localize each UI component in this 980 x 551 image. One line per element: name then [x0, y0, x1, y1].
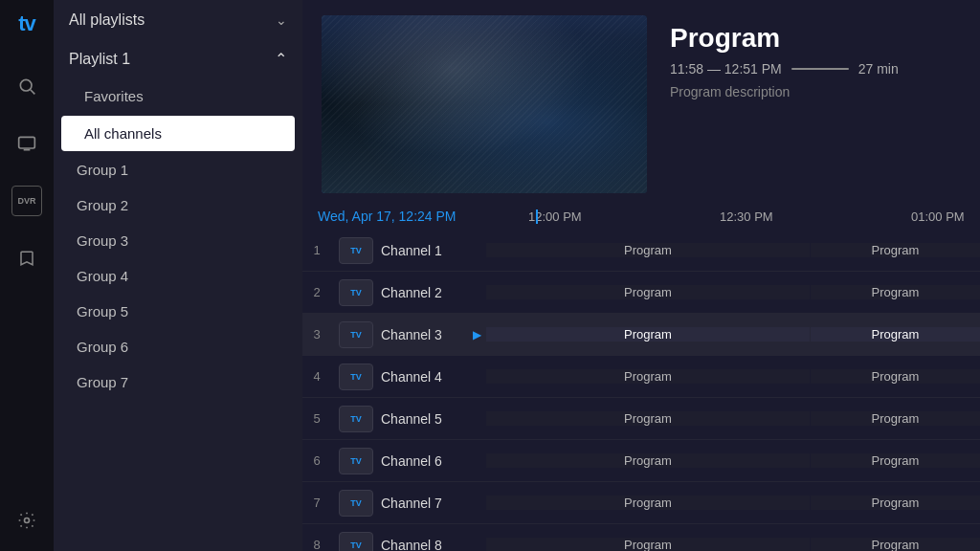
epg-row-6: 6 TV Channel 6 Program Program [302, 440, 980, 482]
program-block-5-1[interactable]: Program [486, 411, 810, 426]
channel-num-7: 7 [302, 496, 331, 510]
channel-name-2: Channel 2 [381, 285, 467, 300]
channel-num-5: 5 [302, 411, 331, 426]
bookmark-icon[interactable] [11, 243, 42, 274]
epg-time-1200: 12:00 PM [528, 209, 720, 224]
playlist-label: Playlist 1 [69, 51, 130, 68]
epg-programs-8: Program Program [486, 538, 980, 551]
chevron-up-icon: ⌃ [275, 50, 287, 68]
dvr-icon[interactable]: DVR [11, 186, 42, 216]
epg-programs-1: Program Program [486, 243, 980, 257]
program-block-8-1[interactable]: Program [486, 538, 810, 551]
channel-num-8: 8 [302, 538, 331, 551]
svg-point-4 [25, 518, 30, 523]
program-block-2-2[interactable]: Program [811, 285, 980, 299]
program-block-7-1[interactable]: Program [486, 496, 810, 510]
epg-row-7: 7 TV Channel 7 Program Program [302, 482, 980, 524]
program-duration: 27 min [858, 61, 899, 77]
all-playlists-header[interactable]: All playlists ⌄ [54, 0, 302, 40]
epg-row-5: 5 TV Channel 5 Program Program [302, 398, 980, 440]
epg-section: Wed, Apr 17, 12:24 PM 12:00 PM 12:30 PM … [302, 203, 980, 551]
channel-name-1: Channel 1 [381, 243, 467, 258]
nav-group-3[interactable]: Group 3 [54, 223, 302, 258]
program-title: Program [670, 23, 899, 54]
channel-name-7: Channel 7 [381, 496, 467, 511]
program-block-6-1[interactable]: Program [486, 453, 810, 468]
epg-row-3: 3 TV Channel 3 ▶ Program Program [302, 314, 980, 356]
program-time: 11:58 — 12:51 PM 27 min [670, 61, 899, 77]
app-logo: tv [18, 11, 35, 36]
play-icon-3: ▶ [467, 328, 486, 342]
main-content: Program 11:58 — 12:51 PM 27 min Program … [302, 0, 980, 551]
program-block-6-2[interactable]: Program [811, 453, 980, 468]
nav-group-2[interactable]: Group 2 [54, 187, 302, 223]
epg-time-0100: 01:00 PM [911, 209, 980, 224]
program-block-4-2[interactable]: Program [811, 369, 980, 384]
epg-programs-4: Program Program [486, 369, 980, 384]
svg-point-0 [20, 79, 32, 91]
svg-line-1 [31, 90, 35, 95]
channel-name-3: Channel 3 [381, 327, 467, 342]
nav-item-all-channels[interactable]: All channels [61, 116, 295, 151]
channel-name-4: Channel 4 [381, 369, 467, 385]
epg-row-1: 1 TV Channel 1 Program Program [302, 230, 980, 272]
all-playlists-label: All playlists [69, 11, 145, 29]
epg-programs-2: Program Program [486, 285, 980, 299]
channel-icon-5: TV [339, 406, 373, 432]
program-block-8-2[interactable]: Program [811, 538, 980, 551]
epg-programs-7: Program Program [486, 496, 980, 510]
channel-icon-8: TV [339, 532, 373, 552]
program-description: Program description [670, 84, 899, 99]
nav-group-7[interactable]: Group 7 [54, 364, 302, 400]
svg-rect-2 [19, 137, 35, 148]
epg-programs-3: Program Program [486, 327, 980, 342]
playlist-header[interactable]: Playlist 1 ⌃ [54, 40, 302, 77]
program-block-3-1[interactable]: Program [486, 327, 810, 342]
channel-icon-4: TV [339, 364, 373, 390]
channel-name-8: Channel 8 [381, 538, 467, 552]
nav-group-5[interactable]: Group 5 [54, 294, 302, 329]
epg-time-1230: 12:30 PM [720, 209, 911, 224]
program-block-2-1[interactable]: Program [486, 285, 810, 299]
current-time-indicator [536, 209, 538, 224]
channel-num-2: 2 [302, 285, 331, 299]
channel-name-5: Channel 5 [381, 411, 467, 427]
nav-group-1[interactable]: Group 1 [54, 152, 302, 187]
settings-icon[interactable] [11, 505, 42, 536]
top-section: Program 11:58 — 12:51 PM 27 min Program … [302, 0, 980, 203]
epg-programs-5: Program Program [486, 411, 980, 426]
epg-current-date: Wed, Apr 17, 12:24 PM [318, 209, 528, 224]
epg-row-8: 8 TV Channel 8 Program Program [302, 524, 980, 551]
program-block-1-2[interactable]: Program [811, 243, 980, 257]
program-time-range: 11:58 — 12:51 PM [670, 61, 782, 77]
channel-num-1: 1 [302, 243, 331, 257]
program-info: Program 11:58 — 12:51 PM 27 min Program … [670, 15, 899, 193]
search-icon[interactable] [11, 71, 42, 101]
channel-num-4: 4 [302, 369, 331, 384]
nav-group-4[interactable]: Group 4 [54, 258, 302, 294]
epg-header: Wed, Apr 17, 12:24 PM 12:00 PM 12:30 PM … [302, 203, 980, 230]
epg-time-markers: 12:00 PM 12:30 PM 01:00 PM [528, 209, 980, 224]
nav-item-favorites[interactable]: Favorites [61, 78, 295, 114]
nav-panel: All playlists ⌄ Playlist 1 ⌃ Favorites A… [54, 0, 302, 551]
preview-thumbnail [322, 15, 647, 193]
epg-row-4: 4 TV Channel 4 Program Program [302, 356, 980, 398]
chevron-down-icon: ⌄ [276, 12, 287, 28]
epg-programs-6: Program Program [486, 453, 980, 468]
icon-sidebar: tv DVR [0, 0, 54, 551]
program-block-4-1[interactable]: Program [486, 369, 810, 384]
channel-icon-1: TV [339, 237, 373, 264]
epg-rows: 1 TV Channel 1 Program Program 2 TV Chan… [302, 230, 980, 551]
program-block-1-1[interactable]: Program [486, 243, 810, 257]
program-block-7-2[interactable]: Program [811, 496, 980, 510]
channel-num-3: 3 [302, 327, 331, 342]
channel-icon-7: TV [339, 490, 373, 517]
channel-num-6: 6 [302, 453, 331, 468]
tv-icon[interactable] [11, 128, 42, 159]
epg-row-2: 2 TV Channel 2 Program Program [302, 272, 980, 314]
program-block-5-2[interactable]: Program [811, 411, 980, 426]
time-progress-bar [791, 68, 849, 70]
channel-icon-3: TV [339, 321, 373, 348]
nav-group-6[interactable]: Group 6 [54, 329, 302, 364]
program-block-3-2[interactable]: Program [811, 327, 980, 342]
